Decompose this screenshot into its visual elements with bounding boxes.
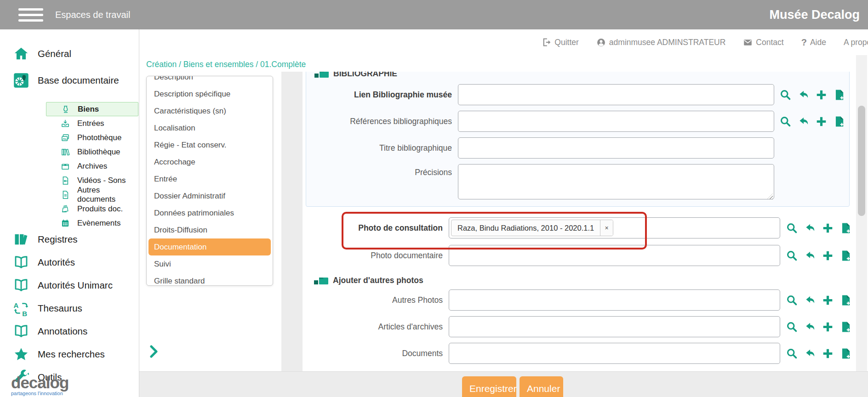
precisions-textarea[interactable] <box>458 164 774 199</box>
add-icon <box>822 222 834 234</box>
new-document-button[interactable] <box>839 347 852 360</box>
documents-input[interactable] <box>449 343 780 364</box>
decalog-logo: decalog partageons l'innovation <box>11 374 69 396</box>
undo-button[interactable] <box>797 115 810 128</box>
header-link-a-propos[interactable]: A propos <box>844 38 868 47</box>
new-document-button[interactable] <box>839 294 852 306</box>
photo-de-consultation-input[interactable]: Raza, Bindu Radiations, 2010 - 2020.1.1 … <box>449 217 780 238</box>
undo-button[interactable] <box>797 89 810 101</box>
search-button[interactable] <box>786 347 798 360</box>
form-scroll-area: BIBLIOGRAPHIE Lien Bibliographie musée R… <box>306 72 855 371</box>
search-icon <box>786 250 798 262</box>
search-button[interactable] <box>786 250 798 262</box>
header-link-quitter[interactable]: Quitter <box>542 38 579 47</box>
svg-text:A: A <box>14 301 19 309</box>
sidebar-subitem-label: Entrées <box>77 119 104 128</box>
section-tab-dossier-administratif[interactable]: Dossier Administratif <box>148 187 271 204</box>
thesaurus-icon: AB <box>13 300 29 317</box>
add-button[interactable] <box>815 89 828 101</box>
sidebar-subitem-autres-documents[interactable]: Autres documents <box>46 187 138 202</box>
sidebar-subitem-phototheque[interactable]: Photothèque <box>46 130 138 145</box>
sidebar-subitem-label: Produits doc. <box>77 204 123 214</box>
search-button[interactable] <box>786 222 798 234</box>
sidebar-subitem-entrees[interactable]: Entrées <box>46 116 138 130</box>
save-button[interactable]: Enregistrer <box>462 376 516 397</box>
section-tab-localisation[interactable]: Localisation <box>148 119 271 136</box>
new-document-icon <box>833 89 845 101</box>
new-document-icon <box>839 321 852 333</box>
add-icon <box>815 89 828 101</box>
header-link-label: Contact <box>756 38 783 47</box>
section-tab-donnees-patrimoniales[interactable]: Données patrimoniales <box>148 204 271 221</box>
lien-bibliographie-musee-input[interactable] <box>458 84 774 105</box>
sidebar-subitem-label: Bibliothèque <box>77 147 120 157</box>
search-button[interactable] <box>779 115 792 128</box>
new-document-button[interactable] <box>839 321 852 333</box>
header-link-label: A propos <box>844 38 868 47</box>
undo-button[interactable] <box>804 250 816 262</box>
cancel-button[interactable]: Annuler <box>520 376 563 397</box>
undo-button[interactable] <box>804 321 816 333</box>
add-button[interactable] <box>822 321 834 333</box>
search-button[interactable] <box>779 89 792 101</box>
undo-button[interactable] <box>804 294 816 306</box>
sidebar-item-base-documentaire[interactable]: Base documentaire <box>0 69 138 92</box>
references-bibliographiques-input[interactable] <box>458 111 774 132</box>
section-tab-description[interactable]: Description <box>148 76 271 85</box>
add-button[interactable] <box>822 222 834 234</box>
section-tab-grille-standard[interactable]: Grille standard <box>148 272 271 286</box>
add-button[interactable] <box>822 250 834 262</box>
sidebar-subitem-biens[interactable]: Biens <box>46 102 138 116</box>
add-button[interactable] <box>822 347 834 360</box>
section-tab-accrochage[interactable]: Accrochage <box>148 153 271 170</box>
section-tab-regie-etat-conserv[interactable]: Régie - Etat conserv. <box>148 136 271 153</box>
expand-panel-chevron-icon[interactable] <box>149 345 159 360</box>
section-tab-description-specifique[interactable]: Description spécifique <box>148 85 271 102</box>
section-tab-entree[interactable]: Entrée <box>148 170 271 187</box>
autres-photos-input[interactable] <box>449 289 780 311</box>
sidebar-item-thesaurus[interactable]: ABThesaurus <box>0 297 138 320</box>
sidebar-subitem-produits-doc[interactable]: Produits doc. <box>46 202 138 216</box>
section-tab-suivi[interactable]: Suivi <box>148 255 271 272</box>
folder-group-icon <box>314 276 329 285</box>
sidebar-item-autorites[interactable]: Autorités <box>0 251 138 274</box>
new-document-button[interactable] <box>839 222 852 234</box>
undo-button[interactable] <box>804 222 816 234</box>
titre-bibliographique-input[interactable] <box>458 137 774 159</box>
search-icon <box>786 321 798 333</box>
header-link-contact[interactable]: Contact <box>743 38 783 47</box>
header-link-aide[interactable]: ?Aide <box>801 37 826 48</box>
remove-chip-button[interactable]: × <box>600 220 613 236</box>
breadcrumb: Création / Biens et ensembles / 01.Compl… <box>146 60 306 69</box>
sidebar-subitem-archives[interactable]: Archives <box>46 159 138 173</box>
search-button[interactable] <box>786 294 798 306</box>
add-button[interactable] <box>822 294 834 306</box>
field-label: Documents <box>311 349 443 358</box>
sidebar-subitem-bibliotheque[interactable]: Bibliothèque <box>46 145 138 159</box>
vertical-scrollbar[interactable] <box>856 55 867 371</box>
sidebar-item-general[interactable]: Général <box>0 42 138 65</box>
search-icon <box>786 294 798 306</box>
sidebar-item-mes-recherches[interactable]: Mes recherches <box>0 343 138 366</box>
sidebar-subitem-label: Autres documents <box>77 186 138 204</box>
new-document-button[interactable] <box>839 250 852 262</box>
sidebar-item-autorites-unimarc[interactable]: Autorités Unimarc <box>0 274 138 297</box>
search-button[interactable] <box>786 321 798 333</box>
section-tab-droits-diffusion[interactable]: Droits-Diffusion <box>148 221 271 238</box>
database-icon <box>13 72 29 89</box>
sidebar-item-label: Mes recherches <box>38 349 105 360</box>
undo-button[interactable] <box>804 347 816 360</box>
header-link-user-menu[interactable]: adminmusee ADMINSTRATEUR <box>596 38 726 47</box>
sidebar-item-registres[interactable]: Registres <box>0 228 138 251</box>
section-tab-caracteristiques-sn[interactable]: Caractéristiques (sn) <box>148 102 271 119</box>
new-document-button[interactable] <box>833 89 845 101</box>
articles-d-archives-input[interactable] <box>449 316 780 337</box>
menu-icon[interactable] <box>18 5 43 25</box>
new-document-button[interactable] <box>833 115 845 128</box>
scrollbar-thumb[interactable] <box>858 106 865 216</box>
section-tab-documentation[interactable]: Documentation <box>148 238 271 255</box>
add-button[interactable] <box>815 115 828 128</box>
sidebar-item-annotations[interactable]: Annotations <box>0 320 138 343</box>
field-label: Lien Bibliographie musée <box>312 90 452 100</box>
photo-documentaire-input[interactable] <box>449 245 780 266</box>
